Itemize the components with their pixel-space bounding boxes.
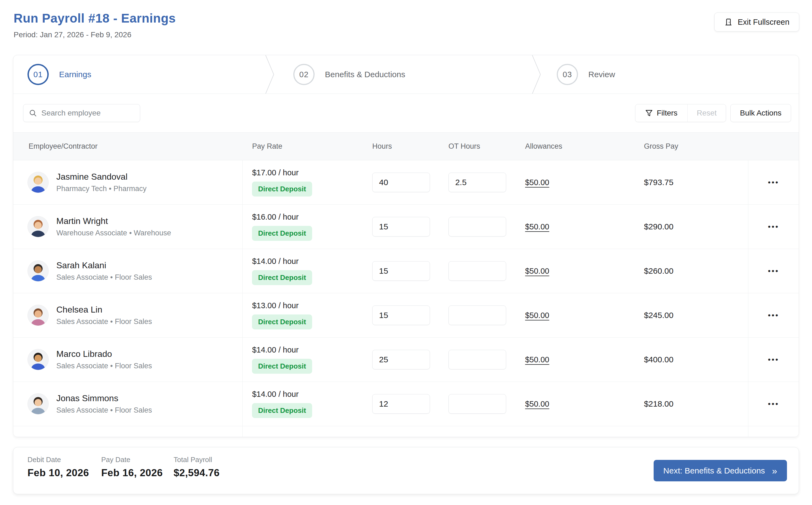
allowances-link[interactable]: $50.00 xyxy=(525,222,549,231)
wizard-stepper: 01 Earnings 02 Benefits & Deductions 03 … xyxy=(13,55,799,94)
column-header: Hours xyxy=(367,142,443,151)
payroll-summary-bar: Debit Date Feb 10, 2026 Pay Date Feb 16,… xyxy=(13,447,799,494)
total-payroll-label: Total Payroll xyxy=(173,456,220,464)
pay-rate-cell: $15.00 / hour xyxy=(243,426,367,437)
payroll-app: Run Payroll #18 - Earnings Period: Jan 2… xyxy=(0,0,812,505)
hours-input[interactable] xyxy=(372,217,430,236)
avatar xyxy=(27,393,49,414)
allowances-link[interactable]: $50.00 xyxy=(525,399,549,408)
ot-hours-input[interactable] xyxy=(448,217,506,236)
pay-date-value: Feb 16, 2026 xyxy=(101,467,163,479)
gross-pay-cell: $218.00 xyxy=(634,382,748,426)
employee-text: Sarah Kalani Sales Associate • Floor Sal… xyxy=(56,261,152,282)
step-label: Benefits & Deductions xyxy=(325,70,405,79)
gross-pay-value: $290.00 xyxy=(644,222,673,231)
employee-text: Marco Librado Sales Associate • Floor Sa… xyxy=(56,349,152,370)
gross-pay-value: $218.00 xyxy=(644,399,673,408)
step-label: Review xyxy=(588,70,615,79)
employee-cell: Sarah Kalani Sales Associate • Floor Sal… xyxy=(13,249,243,293)
ot-hours-input[interactable] xyxy=(448,306,506,325)
next-step-button[interactable]: Next: Benefits & Deductions » xyxy=(654,460,787,481)
total-payroll-summary: Total Payroll $2,594.76 xyxy=(173,456,220,479)
avatar xyxy=(27,349,49,370)
payment-method-badge: Direct Deposit xyxy=(252,182,312,196)
pay-rate-value: $13.00 / hour xyxy=(252,301,299,310)
employee-role: Sales Associate • Floor Sales xyxy=(56,406,152,414)
hours-input[interactable] xyxy=(372,261,430,281)
gross-pay-cell: $260.00 xyxy=(634,249,748,293)
row-actions-cell: ••• xyxy=(748,382,799,426)
table-row: Martin Wright Warehouse Associate • Ware… xyxy=(13,205,799,249)
row-actions-menu-button[interactable]: ••• xyxy=(768,178,779,187)
avatar xyxy=(27,305,49,326)
column-header: Employee/Contractor xyxy=(13,142,243,151)
column-header: Gross Pay xyxy=(634,142,748,151)
table-body: Jasmine Sandoval Pharmacy Tech • Pharmac… xyxy=(13,160,799,437)
ot-hours-input[interactable] xyxy=(448,394,506,414)
row-actions-menu-button[interactable]: ••• xyxy=(768,355,779,364)
step-number-badge: 02 xyxy=(294,64,315,85)
exit-fullscreen-icon xyxy=(724,18,733,26)
column-header: OT Hours xyxy=(443,142,520,151)
pay-rate-value: $14.00 / hour xyxy=(252,257,299,266)
hours-input[interactable] xyxy=(372,173,430,192)
employee-cell: Jonas Simmons Sales Associate • Floor Sa… xyxy=(13,382,243,426)
step-separator-chevron xyxy=(532,55,542,94)
step-earnings[interactable]: 01 Earnings xyxy=(27,55,91,94)
step-benefits-deductions[interactable]: 02 Benefits & Deductions xyxy=(294,55,405,94)
step-number-badge: 01 xyxy=(27,64,49,85)
allowances-link[interactable]: $50.00 xyxy=(525,311,549,320)
row-actions-menu-button[interactable]: ••• xyxy=(768,222,779,231)
table-row: Jasmine Sandoval Pharmacy Tech • Pharmac… xyxy=(13,160,799,205)
hours-cell xyxy=(367,249,443,293)
hours-input[interactable] xyxy=(372,394,430,414)
avatar xyxy=(27,216,49,237)
debit-date-value: Feb 10, 2026 xyxy=(27,467,89,479)
search-icon xyxy=(29,109,37,117)
step-review[interactable]: 03 Review xyxy=(557,55,615,94)
row-actions-menu-button[interactable]: ••• xyxy=(768,267,779,275)
pay-rate-cell: $16.00 / hour Direct Deposit xyxy=(243,205,367,249)
pay-rate-cell: $14.00 / hour Direct Deposit xyxy=(243,249,367,293)
employee-name: Marco Librado xyxy=(56,349,152,359)
row-actions-cell: ••• xyxy=(748,338,799,382)
employee-name: Martin Wright xyxy=(56,216,171,226)
table-row: Chelsea Lin Sales Associate • Floor Sale… xyxy=(13,293,799,338)
filter-funnel-icon xyxy=(645,109,653,117)
pay-rate-value: $14.00 / hour xyxy=(252,345,299,354)
search-input[interactable] xyxy=(41,105,140,121)
debit-date-label: Debit Date xyxy=(27,456,89,464)
step-label: Earnings xyxy=(59,70,91,79)
table-row: Jonas Simmons Sales Associate • Floor Sa… xyxy=(13,382,799,426)
allowances-cell: $50.00 xyxy=(520,249,634,293)
pay-rate-cell: $17.00 / hour Direct Deposit xyxy=(243,160,367,204)
pay-rate-cell: $14.00 / hour Direct Deposit xyxy=(243,382,367,426)
filters-button-group: Filters Reset xyxy=(635,104,726,122)
hours-input[interactable] xyxy=(372,350,430,369)
pay-date-label: Pay Date xyxy=(101,456,163,464)
row-actions-menu-button[interactable]: ••• xyxy=(768,311,779,320)
reset-filters-button[interactable]: Reset xyxy=(688,104,726,122)
bulk-actions-button[interactable]: Bulk Actions xyxy=(730,104,791,122)
ot-hours-cell xyxy=(443,382,520,426)
pay-rate-value: $14.00 / hour xyxy=(252,390,299,399)
employee-role: Sales Associate • Floor Sales xyxy=(56,317,152,326)
filters-button[interactable]: Filters xyxy=(635,104,688,122)
employee-text: Jonas Simmons Sales Associate • Floor Sa… xyxy=(56,393,152,414)
next-step-label: Next: Benefits & Deductions xyxy=(664,466,765,475)
exit-fullscreen-button[interactable]: Exit Fullscreen xyxy=(714,12,799,31)
employee-name: Chelsea Lin xyxy=(56,305,152,315)
allowances-link[interactable]: $50.00 xyxy=(525,267,549,276)
employee-role: Sales Associate • Floor Sales xyxy=(56,362,152,370)
hours-input[interactable] xyxy=(372,306,430,325)
row-actions-cell: ••• xyxy=(748,249,799,293)
allowances-cell: $50.00 xyxy=(520,293,634,337)
ot-hours-input[interactable] xyxy=(448,350,506,369)
pay-rate-value: $16.00 / hour xyxy=(252,212,299,221)
row-actions-menu-button[interactable]: ••• xyxy=(768,399,779,408)
allowances-link[interactable]: $50.00 xyxy=(525,178,549,187)
ot-hours-input[interactable] xyxy=(448,261,506,281)
allowances-link[interactable]: $50.00 xyxy=(525,355,549,364)
payment-method-badge: Direct Deposit xyxy=(252,226,312,241)
ot-hours-input[interactable] xyxy=(448,173,506,192)
